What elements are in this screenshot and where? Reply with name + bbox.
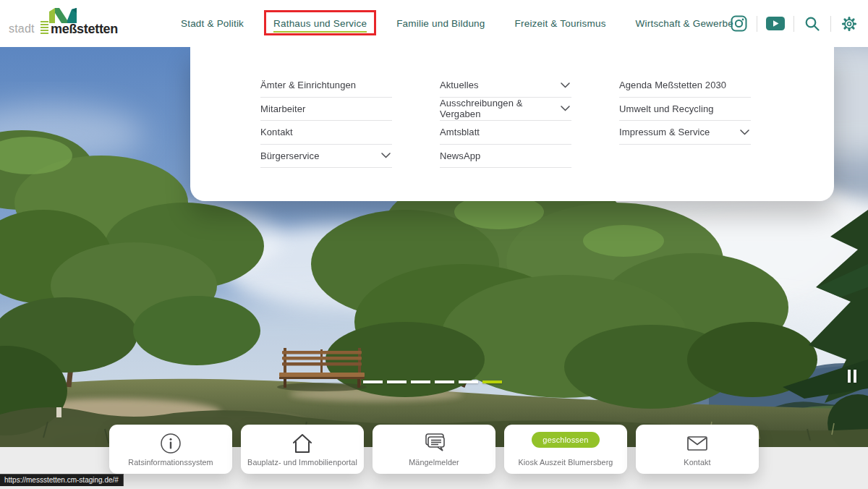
nav-item-familie-bildung[interactable]: Familie und Bildung [396,18,485,29]
mega-menu-column-2: Aktuelles Ausschreibungen & Vergaben Amt… [440,74,571,201]
menu-item-label: Amtsblatt [440,127,480,137]
logo-name: meßstetten [51,22,118,37]
carousel-indicator[interactable] [387,380,407,383]
logo[interactable]: stadt meßstetten [9,7,117,41]
carousel-indicator[interactable] [411,380,430,383]
chevron-down-icon [561,106,570,111]
carousel-indicator[interactable] [459,380,478,383]
menu-item-label: Ausschreibungen & Vergaben [440,98,561,119]
menu-item-label: Aktuelles [440,80,479,90]
mega-menu-column-3: Agenda Meßstetten 2030 Umwelt und Recycl… [619,74,751,201]
chevron-down-icon [561,82,570,88]
settings-icon[interactable] [840,14,859,33]
divider [793,16,794,32]
carousel-indicators [363,380,502,383]
menu-item-label: NewsApp [440,150,480,161]
card-kontakt[interactable]: Kontakt [636,425,759,474]
carousel-indicator-active[interactable] [482,380,502,383]
pause-icon [854,370,856,383]
menu-item-impressum-service[interactable]: Impressum & Service [619,121,751,145]
nav-item-freizeit-tourismus[interactable]: Freizeit & Tourismus [515,18,606,29]
mega-menu-column-1: Ämter & Einrichtungen Mitarbeiter Kontak… [260,74,392,201]
divider [830,16,831,32]
menu-item-agenda-messstetten-2030[interactable]: Agenda Meßstetten 2030 [619,74,751,98]
browser-status-url: https://messstetten.cm-staging.de/# [0,474,124,486]
card-label: Ratsinformationssystem [128,458,213,467]
site-header: stadt meßstetten Stadt & Politik Rathaus… [0,0,868,47]
menu-item-label: Kontakt [260,127,293,137]
card-kiosk-auszeit-blumersberg[interactable]: geschlossen Kiosk Auszeit Blumersberg [504,425,627,474]
house-icon [291,432,314,455]
nav-item-rathaus-und-service[interactable]: Rathaus und Service [273,18,367,29]
card-bauplatz-immobilienportal[interactable]: Bauplatz- und Immobilienportal [241,425,364,474]
menu-item-kontakt[interactable]: Kontakt [260,121,392,145]
card-label: Kontakt [684,458,710,467]
logo-stripes [41,21,48,35]
logo-m-mark [48,7,77,23]
menu-item-label: Mitarbeiter [260,103,306,114]
chevron-down-icon [381,153,391,158]
menu-item-umwelt-und-recycling[interactable]: Umwelt und Recycling [619,98,751,122]
instagram-icon[interactable] [729,14,748,33]
carousel-indicator[interactable] [435,380,454,383]
pause-icon [848,370,851,383]
menu-item-label: Ämter & Einrichtungen [260,80,356,90]
card-maengelmelder[interactable]: Mängelmelder [373,425,495,474]
pause-button[interactable] [848,370,858,383]
chat-icon [422,432,446,455]
quick-links: Ratsinformationssystem Bauplatz- und Imm… [109,425,759,474]
mega-menu-panel: Ämter & Einrichtungen Mitarbeiter Kontak… [190,47,834,201]
logo-prefix: stadt [9,22,35,35]
main-navigation: Stadt & Politik Rathaus und Service Fami… [181,0,733,47]
nav-item-label: Rathaus und Service [273,18,367,29]
mail-icon [686,432,708,455]
menu-item-buergerservice[interactable]: Bürgerservice [260,145,392,169]
info-icon [160,432,182,455]
card-label: Kiosk Auszeit Blumersberg [519,458,613,467]
youtube-icon[interactable] [766,14,785,33]
divider [757,16,757,32]
menu-item-amtsblatt[interactable]: Amtsblatt [440,121,571,145]
nav-item-stadt-politik[interactable]: Stadt & Politik [181,18,244,29]
nav-item-wirtschaft-gewerbe[interactable]: Wirtschaft & Gewerbe [636,18,733,29]
card-ratsinformationssystem[interactable]: Ratsinformationssystem [109,425,232,474]
menu-item-label: Umwelt und Recycling [619,103,714,114]
status-badge: geschlossen [532,432,599,448]
menu-item-aktuelles[interactable]: Aktuelles [440,74,571,98]
chevron-down-icon [740,129,749,135]
menu-item-label: Impressum & Service [619,127,710,137]
header-icon-group [729,0,859,47]
card-label: Mängelmelder [409,458,459,467]
menu-item-label: Bürgerservice [260,150,320,161]
menu-item-aemter-einrichtungen[interactable]: Ämter & Einrichtungen [260,74,392,98]
menu-item-label: Agenda Meßstetten 2030 [619,80,726,90]
menu-item-newsapp[interactable]: NewsApp [440,145,571,169]
search-icon[interactable] [803,14,822,33]
carousel-indicator[interactable] [363,380,383,383]
menu-item-mitarbeiter[interactable]: Mitarbeiter [260,98,392,122]
menu-item-ausschreibungen-vergaben[interactable]: Ausschreibungen & Vergaben [440,98,571,122]
card-label: Bauplatz- und Immobilienportal [247,458,357,467]
